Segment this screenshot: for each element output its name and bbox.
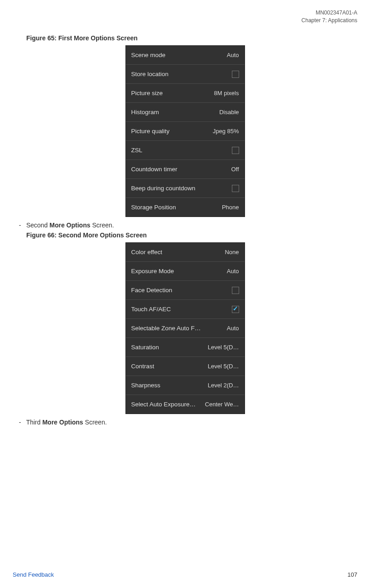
settings-row-label: Select Auto Exposure… <box>131 401 196 408</box>
settings-row[interactable]: HistogramDisable <box>126 103 245 122</box>
figure-66-container: Color effectNoneExposure ModeAutoFace De… <box>13 242 357 414</box>
bullet-third: - Third More Options Screen. <box>15 419 357 426</box>
doc-id: MN002347A01-A <box>302 9 357 17</box>
settings-row[interactable]: SharpnessLevel 2(D… <box>126 376 245 395</box>
page-footer: Send Feedback 107 <box>13 571 357 578</box>
settings-row-value: 8M pixels <box>214 90 239 96</box>
bullet-bold: More Options <box>42 419 83 426</box>
page-content: Figure 65: First More Options Screen Sce… <box>0 0 370 426</box>
settings-row-value: Auto <box>227 52 239 58</box>
bullet-second: - Second More Options Screen. <box>15 222 357 229</box>
settings-row-label: Scene mode <box>131 52 166 58</box>
settings-row-value: Disable <box>219 109 239 116</box>
bullet-dash: - <box>15 222 24 229</box>
bullet-prefix: Third <box>26 419 43 426</box>
figure-65-title: Figure 65: First More Options Screen <box>26 34 357 42</box>
settings-row-value: Level 2(D… <box>208 382 239 389</box>
bullet-dash: - <box>15 419 24 426</box>
settings-row[interactable]: Storage PositionPhone <box>126 198 245 217</box>
settings-row-value: None <box>225 249 239 255</box>
figure-65-screen: Scene modeAutoStore locationPicture size… <box>125 45 245 217</box>
settings-row-label: Store location <box>131 71 169 77</box>
settings-row-label: Storage Position <box>131 204 176 211</box>
settings-row-label: Exposure Mode <box>131 268 174 275</box>
settings-row[interactable]: ContrastLevel 5(D… <box>126 357 245 376</box>
page-number: 107 <box>347 571 357 578</box>
settings-row-label: ZSL <box>131 147 143 154</box>
settings-row[interactable]: Picture qualityJpeg 85% <box>126 122 245 141</box>
settings-row-value: Off <box>231 166 239 173</box>
checkbox-icon[interactable] <box>232 147 239 154</box>
settings-row-label: Sharpness <box>131 382 161 389</box>
settings-row[interactable]: Countdown timerOff <box>126 160 245 179</box>
settings-row[interactable]: ZSL <box>126 141 245 160</box>
checkbox-icon[interactable] <box>232 306 239 313</box>
settings-row-value: Auto <box>227 325 239 332</box>
checkbox-icon[interactable] <box>232 71 239 78</box>
figure-66-screen: Color effectNoneExposure ModeAutoFace De… <box>125 242 245 414</box>
settings-row-value: Level 5(D… <box>208 344 239 351</box>
settings-row-label: Picture size <box>131 90 163 96</box>
settings-row-label: Countdown timer <box>131 166 178 173</box>
bullet-bold: More Options <box>49 222 90 229</box>
settings-row-label: Color effect <box>131 249 163 255</box>
settings-row-label: Saturation <box>131 344 159 351</box>
bullet-prefix: Second <box>26 222 49 229</box>
chapter-label: Chapter 7: Applications <box>302 17 357 24</box>
settings-row-label: Picture quality <box>131 128 170 135</box>
settings-row[interactable]: Touch AF/AEC <box>126 300 245 319</box>
bullet-suffix: Screen. <box>91 222 114 229</box>
settings-row[interactable]: Store location <box>126 65 245 84</box>
settings-row-label: Histogram <box>131 109 159 116</box>
checkbox-icon[interactable] <box>232 185 239 192</box>
settings-row[interactable]: Select Auto Exposure…Center We… <box>126 395 245 414</box>
settings-row-value: Level 5(D… <box>208 363 239 370</box>
settings-row[interactable]: Exposure ModeAuto <box>126 262 245 281</box>
bullet-suffix: Screen. <box>83 419 107 426</box>
figure-66-title: Figure 66: Second More Options Screen <box>26 231 357 239</box>
settings-row-label: Touch AF/AEC <box>131 306 171 313</box>
settings-row[interactable]: SaturationLevel 5(D… <box>126 338 245 357</box>
settings-row-label: Face Detection <box>131 287 173 294</box>
settings-row[interactable]: Beep during countdown <box>126 179 245 198</box>
settings-row-value: Jpeg 85% <box>213 128 239 135</box>
settings-row[interactable]: Color effectNone <box>126 243 245 262</box>
settings-row-value: Phone <box>222 204 239 211</box>
settings-row[interactable]: Selectable Zone Auto F…Auto <box>126 319 245 338</box>
settings-row[interactable]: Face Detection <box>126 281 245 300</box>
settings-row[interactable]: Scene modeAuto <box>126 46 245 65</box>
settings-row-label: Beep during countdown <box>131 185 196 192</box>
settings-row-value: Center We… <box>205 401 239 408</box>
checkbox-icon[interactable] <box>232 287 239 294</box>
settings-row-label: Selectable Zone Auto F… <box>131 325 201 332</box>
page-header: MN002347A01-A Chapter 7: Applications <box>302 9 357 24</box>
settings-row[interactable]: Picture size8M pixels <box>126 84 245 103</box>
settings-row-label: Contrast <box>131 363 154 370</box>
settings-row-value: Auto <box>227 268 239 275</box>
send-feedback-link[interactable]: Send Feedback <box>13 571 54 578</box>
figure-65-container: Scene modeAutoStore locationPicture size… <box>13 45 357 217</box>
